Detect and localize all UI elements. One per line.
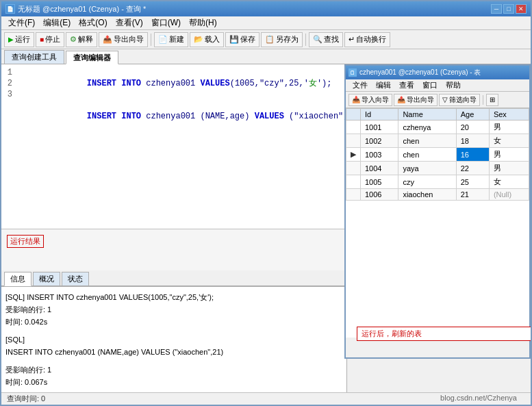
data-table-wrapper[interactable]: Id Name Age Sex 1001czhenya20男1002chen18… <box>346 108 529 338</box>
stop-button[interactable]: ■ 停止 <box>36 32 64 47</box>
menu-window[interactable]: 窗口(W) <box>147 16 185 30</box>
code-content: INSERT INTO czhenya001 VALUES(1005,"czy"… <box>18 67 368 144</box>
title-bar: 📄 无标题 @czhenya01 (Czenya) - 查询 * ─ □ ✕ <box>1 1 531 16</box>
cell-sex[interactable]: 女 <box>489 134 529 148</box>
minimize-btn[interactable]: ─ <box>491 4 502 14</box>
cell-name[interactable]: yaya <box>398 162 456 175</box>
load-button[interactable]: 📂 载入 <box>190 32 224 47</box>
info-line-6: 受影响的行: 1 <box>5 364 342 376</box>
table-row[interactable]: 1005czy25女 <box>346 175 529 189</box>
import-wizard-button[interactable]: 📥 导入向导 <box>349 94 392 106</box>
cell-age[interactable]: 22 <box>456 162 489 175</box>
cell-age[interactable]: 20 <box>456 120 489 134</box>
save-button[interactable]: 💾 保存 <box>225 32 259 47</box>
table-icon: 🗒 <box>349 68 357 77</box>
cell-age[interactable]: 18 <box>456 134 489 148</box>
filter-wizard-button[interactable]: ▽ 筛选向导 <box>439 94 480 106</box>
query-time: 查询时间: 0 <box>7 394 45 404</box>
cell-age[interactable]: 25 <box>456 175 489 189</box>
code-editor[interactable]: 1 2 3 INSERT INTO czhenya001 VALUES(1005… <box>1 64 346 229</box>
code-line-1: INSERT INTO czhenya001 VALUES(1005,"czy"… <box>18 67 368 100</box>
table-menu-help[interactable]: 帮助 <box>442 80 465 90</box>
table-panel: 🗒 czhenya001 @czhenya01 (Czenya) - 表 文件 … <box>344 64 531 359</box>
query-tab-bar: 查询创建工具 查询编辑器 <box>1 49 531 64</box>
menu-view[interactable]: 查看(V) <box>112 16 147 30</box>
cell-id[interactable]: 1001 <box>361 120 398 134</box>
cell-sex[interactable]: (Null) <box>489 189 529 201</box>
info-line-2: 受影响的行: 1 <box>5 303 342 316</box>
blank-2 <box>5 358 342 364</box>
row-indicator <box>346 162 361 175</box>
table-toolbar: 📥 导入向导 📤 导出向导 ▽ 筛选向导 ⊞ <box>346 92 529 108</box>
tab-status[interactable]: 状态 <box>62 272 89 286</box>
info-line-7: 时间: 0.067s <box>5 376 342 388</box>
tab-overview[interactable]: 概况 <box>33 272 60 286</box>
content-area: 1 2 3 INSERT INTO czhenya001 VALUES(1005… <box>1 64 531 392</box>
info-line-5: INSERT INTO czhenya001 (NAME,age) VALUES… <box>5 346 342 358</box>
cell-age[interactable]: 16 <box>456 148 489 162</box>
query-panel: 1 2 3 INSERT INTO czhenya001 VALUES(1005… <box>1 64 347 392</box>
col-header-sex[interactable]: Sex <box>489 109 529 120</box>
info-content: [SQL] INSERT INTO czhenya001 VALUES(1005… <box>1 286 346 392</box>
cell-name[interactable]: czhenya <box>398 120 456 134</box>
table-row[interactable]: ▶1003chen16男 <box>346 148 529 162</box>
cell-id[interactable]: 1006 <box>361 189 398 201</box>
col-header-age[interactable]: Age <box>456 109 489 120</box>
menu-help[interactable]: 帮助(H) <box>185 16 221 30</box>
tab-query-editor[interactable]: 查询编辑器 <box>66 51 118 64</box>
tab-query-builder[interactable]: 查询创建工具 <box>4 50 64 64</box>
menu-file[interactable]: 文件(F) <box>4 16 39 30</box>
cell-sex[interactable]: 男 <box>489 120 529 134</box>
export-wizard-btn-table[interactable]: 📤 导出向导 <box>394 94 438 106</box>
cell-id[interactable]: 1002 <box>361 134 398 148</box>
col-header-indicator <box>346 109 361 120</box>
save-as-button[interactable]: 📋 另存为 <box>261 32 303 47</box>
table-row[interactable]: 1002chen18女 <box>346 134 529 148</box>
cell-name[interactable]: chen <box>398 134 456 148</box>
table-row[interactable]: 1004yaya22男 <box>346 162 529 175</box>
auto-wrap-icon: ↵ <box>349 35 355 44</box>
cell-sex[interactable]: 女 <box>489 175 529 189</box>
tab-info[interactable]: 信息 <box>4 272 31 286</box>
find-button[interactable]: 🔍 查找 <box>309 32 343 47</box>
cell-sex[interactable]: 男 <box>489 148 529 162</box>
table-menu-view[interactable]: 查看 <box>395 80 418 90</box>
export-icon-table: 📤 <box>397 96 405 103</box>
watermark: blog.csdn.net/Czhenya <box>440 394 517 402</box>
col-header-id[interactable]: Id <box>361 109 398 120</box>
blank-1 <box>5 328 342 333</box>
table-row[interactable]: 1006xiaochen21(Null) <box>346 189 529 201</box>
col-header-name[interactable]: Name <box>398 109 456 120</box>
maximize-btn[interactable]: □ <box>503 4 514 14</box>
cell-sex[interactable]: 男 <box>489 162 529 175</box>
row-indicator: ▶ <box>346 148 361 162</box>
table-grid-button[interactable]: ⊞ <box>486 94 498 106</box>
cell-name[interactable]: chen <box>398 148 456 162</box>
table-window-title: czhenya001 @czhenya01 (Czenya) - 表 <box>359 68 481 77</box>
cell-name[interactable]: xiaochen <box>398 189 456 201</box>
info-line-3: 时间: 0.042s <box>5 316 342 328</box>
table-menu-edit[interactable]: 编辑 <box>372 80 395 90</box>
cell-id[interactable]: 1004 <box>361 162 398 175</box>
export-wizard-button[interactable]: 📤 导出向导 <box>99 32 148 47</box>
menu-edit[interactable]: 编辑(E) <box>39 16 75 30</box>
explain-button[interactable]: ⚙ 解释 <box>66 32 97 47</box>
close-btn[interactable]: ✕ <box>516 4 527 14</box>
auto-wrap-button[interactable]: ↵ 自动换行 <box>344 32 390 47</box>
stop-icon: ■ <box>40 36 44 43</box>
cell-name[interactable]: czy <box>398 175 456 189</box>
table-menu-file[interactable]: 文件 <box>349 80 372 90</box>
table-row[interactable]: 1001czhenya20男 <box>346 120 529 134</box>
info-tab-bar: 信息 概况 状态 <box>1 270 346 286</box>
cell-id[interactable]: 1003 <box>361 148 398 162</box>
run-button[interactable]: ▶ 运行 <box>4 32 34 47</box>
new-icon: 📄 <box>158 35 168 44</box>
run-icon: ▶ <box>8 36 14 43</box>
menu-bar: 文件(F) 编辑(E) 格式(O) 查看(V) 窗口(W) 帮助(H) <box>1 16 531 30</box>
new-button[interactable]: 📄 新建 <box>154 32 188 47</box>
menu-format[interactable]: 格式(O) <box>75 16 111 30</box>
cell-age[interactable]: 21 <box>456 189 489 201</box>
cell-id[interactable]: 1005 <box>361 175 398 189</box>
table-menu-window[interactable]: 窗口 <box>418 80 442 90</box>
refresh-label: 运行后，刷新的表 <box>357 327 531 341</box>
